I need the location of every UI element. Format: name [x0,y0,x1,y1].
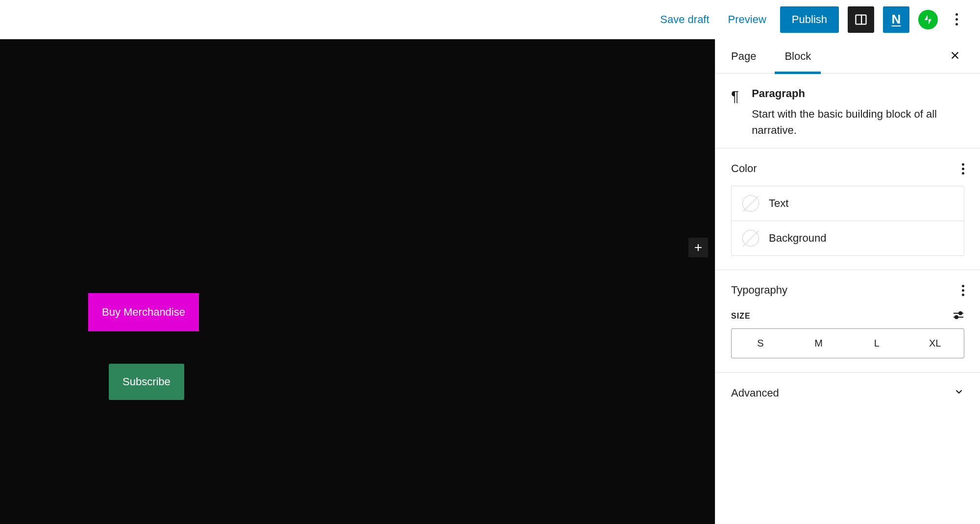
editor-main: + Buy Merchandise Subscribe Page Block ¶… [0,39,980,524]
none-swatch-icon [742,195,759,212]
add-block-button[interactable]: + [688,238,708,257]
svg-point-7 [959,312,962,315]
color-options: Text Background [731,186,964,256]
size-m-button[interactable]: M [789,329,848,358]
block-description: Start with the basic building block of a… [752,106,964,138]
subscribe-button[interactable]: Subscribe [109,364,184,400]
sidebar-tabs: Page Block [715,39,980,74]
settings-sidebar-toggle[interactable] [848,6,874,33]
editor-toolbar: Save draft Preview Publish N [0,0,980,39]
text-color-label: Text [769,197,788,210]
text-color-row[interactable]: Text [732,186,964,221]
size-label: SIZE [731,312,751,321]
block-title: Paragraph [752,87,964,100]
n-label: N [892,12,901,27]
publish-button[interactable]: Publish [780,6,839,33]
dot [956,13,958,16]
sliders-icon [953,310,964,320]
size-l-button[interactable]: L [848,329,906,358]
background-color-row[interactable]: Background [732,221,964,255]
advanced-label: Advanced [731,387,779,399]
size-s-button[interactable]: S [732,329,789,358]
settings-sidebar: Page Block ¶ Paragraph Start with the ba… [715,39,980,524]
size-button-group: S M L XL [731,328,964,358]
advanced-panel-toggle[interactable]: Advanced [715,373,980,414]
dot [956,23,958,25]
none-swatch-icon [742,230,759,247]
preview-button[interactable]: Preview [723,9,771,30]
chevron-down-icon [954,386,964,400]
svg-point-9 [955,316,958,319]
typography-heading: Typography [731,284,787,297]
size-xl-button[interactable]: XL [906,329,964,358]
dot [956,18,958,21]
close-sidebar-button[interactable] [946,45,964,68]
color-options-button[interactable] [962,163,964,175]
block-header: ¶ Paragraph Start with the basic buildin… [715,74,980,149]
svg-marker-2 [925,15,928,20]
color-heading: Color [731,162,757,175]
plus-icon: + [694,240,702,255]
typography-options-button[interactable] [962,285,964,296]
more-options-button[interactable] [947,10,966,29]
save-draft-button[interactable]: Save draft [655,9,714,30]
background-color-label: Background [769,232,826,245]
jetpack-icon [922,14,934,25]
paragraph-icon: ¶ [731,87,739,138]
typography-panel: Typography SIZE S M L XL [715,270,980,373]
buy-merchandise-button[interactable]: Buy Merchandise [88,293,199,331]
sidebar-icon [854,13,868,26]
close-icon [950,50,960,61]
editor-canvas[interactable] [0,39,715,524]
color-panel: Color Text Background [715,149,980,270]
tab-block[interactable]: Block [784,40,811,73]
editor-canvas-wrap: + Buy Merchandise Subscribe [0,39,715,524]
tab-page[interactable]: Page [731,40,756,73]
n-button[interactable]: N [883,6,909,33]
svg-marker-3 [929,19,931,25]
custom-size-toggle[interactable] [953,310,964,322]
jetpack-button[interactable] [918,10,938,29]
